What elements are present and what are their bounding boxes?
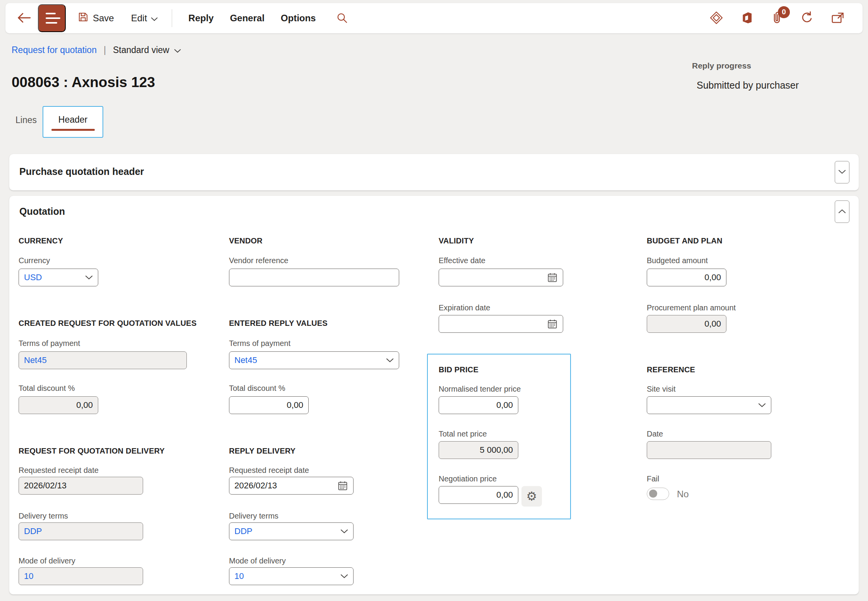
hamburger-menu-button[interactable] [38, 4, 66, 32]
chevron-down-icon [174, 45, 181, 55]
attachments-button[interactable]: 0 [771, 11, 783, 26]
toggle-knob [649, 490, 657, 498]
expiration-date-input[interactable] [439, 315, 563, 333]
attachment-count-badge: 0 [778, 6, 790, 18]
reference-date-label: Date [647, 430, 663, 438]
effective-date-label: Effective date [439, 256, 485, 265]
tab-lines[interactable]: Lines [15, 115, 37, 125]
created-terms-of-payment-label: Terms of payment [19, 339, 80, 348]
toolbar-right-icons: 0 [709, 11, 845, 26]
reply-mode-of-delivery-combobox[interactable]: 10 [229, 567, 354, 585]
purchase-quotation-header-section: Purchase quotation header [9, 154, 859, 190]
search-button[interactable] [336, 12, 348, 25]
currency-combobox[interactable]: USD [19, 269, 98, 286]
save-label: Save [93, 13, 114, 24]
edit-button[interactable]: Edit [131, 13, 158, 24]
open-in-new-window-button[interactable] [831, 11, 845, 26]
toolbar-tab-general[interactable]: General [230, 13, 264, 24]
quotation-section: Quotation CURRENCY Currency USD CREATED … [9, 196, 859, 594]
group-header-reference: REFERENCE [647, 365, 695, 374]
refresh-icon [800, 11, 814, 26]
fail-label: Fail [647, 474, 659, 483]
rfq-page: { "colors": { "accent": "#A4432B", "link… [0, 0, 868, 601]
negotiation-price-input[interactable]: 0,00 [439, 486, 518, 504]
section-title: Quotation [19, 206, 65, 217]
expand-section-button[interactable] [835, 161, 849, 183]
rfq-mode-of-delivery-label: Mode of delivery [19, 556, 75, 565]
group-header-reply-delivery: REPLY DELIVERY [229, 447, 296, 455]
total-net-price-label: Total net price [439, 430, 487, 438]
group-header-budget-and-plan: BUDGET AND PLAN [647, 236, 723, 245]
negotiation-price-label: Negotiation price [439, 474, 497, 483]
effective-date-input[interactable] [439, 269, 563, 286]
calendar-icon[interactable] [547, 272, 558, 283]
chevron-down-icon [838, 170, 846, 175]
chevron-down-icon[interactable] [340, 529, 348, 534]
back-button[interactable] [16, 10, 32, 26]
normalised-tender-price-input[interactable]: 0,00 [439, 396, 518, 414]
save-button[interactable]: Save [77, 11, 114, 25]
breadcrumb-page-link[interactable]: Request for quotation [12, 45, 97, 55]
reply-requested-receipt-date-label: Requested receipt date [229, 466, 309, 475]
created-total-discount-field: 0,00 [19, 396, 98, 414]
chevron-down-icon[interactable] [386, 358, 394, 363]
toolbar-divider [172, 9, 172, 27]
page-title: 008063 : Axnosis 123 [12, 74, 155, 91]
group-header-created-values: CREATED REQUEST FOR QUOTATION VALUES [19, 319, 196, 328]
fail-toggle[interactable] [647, 488, 669, 500]
chevron-up-icon [838, 209, 846, 215]
fail-toggle-value: No [677, 489, 689, 500]
chevron-down-icon[interactable] [340, 574, 348, 579]
chevron-down-icon[interactable] [758, 403, 766, 408]
reply-progress-label: Reply progress [692, 61, 751, 70]
vendor-reference-label: Vendor reference [229, 256, 288, 265]
calendar-icon[interactable] [547, 318, 558, 329]
budgeted-amount-input[interactable]: 0,00 [647, 269, 726, 286]
rfq-delivery-terms-field: DDP [19, 522, 143, 540]
total-net-price-field: 5 000,00 [439, 441, 518, 459]
reference-date-field [647, 441, 771, 459]
breadcrumb: Request for quotation | Standard view [12, 45, 181, 55]
view-selector[interactable]: Standard view [113, 45, 181, 55]
normalised-tender-price-label: Normalised tender price [439, 385, 521, 394]
power-apps-button[interactable] [709, 11, 723, 26]
hamburger-icon [46, 13, 56, 14]
created-terms-of-payment-field: Net45 [19, 351, 187, 369]
rfq-mode-of-delivery-field: 10 [19, 567, 143, 585]
office-icon [740, 11, 754, 26]
refresh-button[interactable] [800, 11, 814, 26]
save-icon [77, 11, 89, 25]
gear-icon: ⚙ [526, 490, 537, 502]
currency-label: Currency [19, 256, 50, 265]
edit-label: Edit [131, 13, 147, 24]
budgeted-amount-label: Budgeted amount [647, 256, 708, 265]
breadcrumb-separator: | [104, 45, 106, 55]
reply-terms-of-payment-label: Terms of payment [229, 339, 290, 348]
reply-progress-value: Submitted by purchaser [697, 80, 799, 91]
command-bar: Save Edit Reply General Options [5, 3, 863, 33]
tab-header[interactable]: Header [43, 106, 103, 138]
collapse-section-button[interactable] [835, 200, 849, 223]
group-header-rfq-delivery: REQUEST FOR QUOTATION DELIVERY [19, 447, 165, 455]
chevron-down-icon[interactable] [85, 275, 93, 280]
active-tab-underline [51, 129, 95, 131]
group-header-validity: VALIDITY [439, 236, 474, 245]
toolbar-tab-options[interactable]: Options [281, 13, 316, 24]
reply-terms-of-payment-combobox[interactable]: Net45 [229, 351, 399, 369]
calendar-icon[interactable] [337, 480, 348, 491]
rfq-delivery-terms-label: Delivery terms [19, 512, 68, 521]
toolbar-tab-reply[interactable]: Reply [188, 13, 214, 24]
search-icon [336, 12, 348, 25]
group-header-reply-values: ENTERED REPLY VALUES [229, 319, 328, 328]
reply-requested-receipt-date-input[interactable]: 2026/02/13 [229, 477, 354, 495]
reply-total-discount-input[interactable]: 0,00 [229, 396, 309, 414]
rfq-requested-receipt-date-label: Requested receipt date [19, 466, 99, 475]
back-arrow-icon [17, 12, 31, 25]
negotiation-price-settings-button[interactable]: ⚙ [521, 486, 542, 507]
procurement-plan-amount-label: Procurement plan amount [647, 303, 736, 312]
vendor-reference-input[interactable] [229, 269, 399, 286]
reply-delivery-terms-label: Delivery terms [229, 512, 279, 521]
site-visit-combobox[interactable] [647, 396, 771, 414]
reply-delivery-terms-combobox[interactable]: DDP [229, 522, 354, 540]
office-apps-button[interactable] [740, 11, 754, 26]
